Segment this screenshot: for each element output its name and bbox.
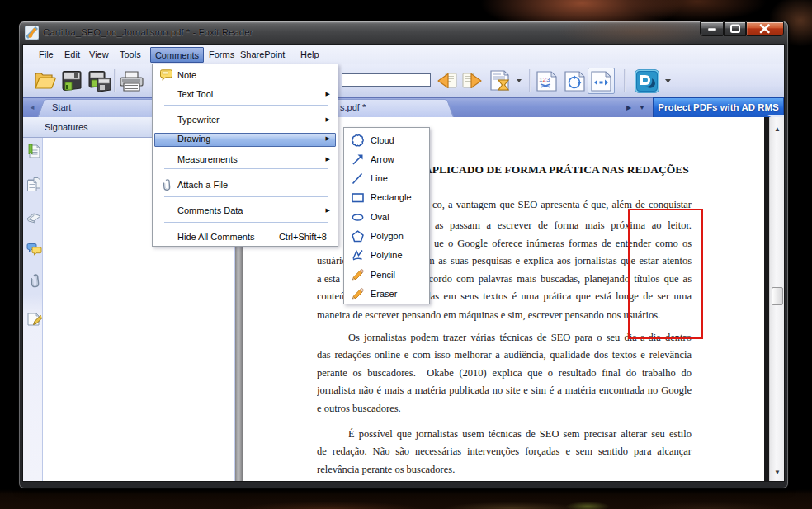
svg-text:123: 123 xyxy=(539,76,550,83)
